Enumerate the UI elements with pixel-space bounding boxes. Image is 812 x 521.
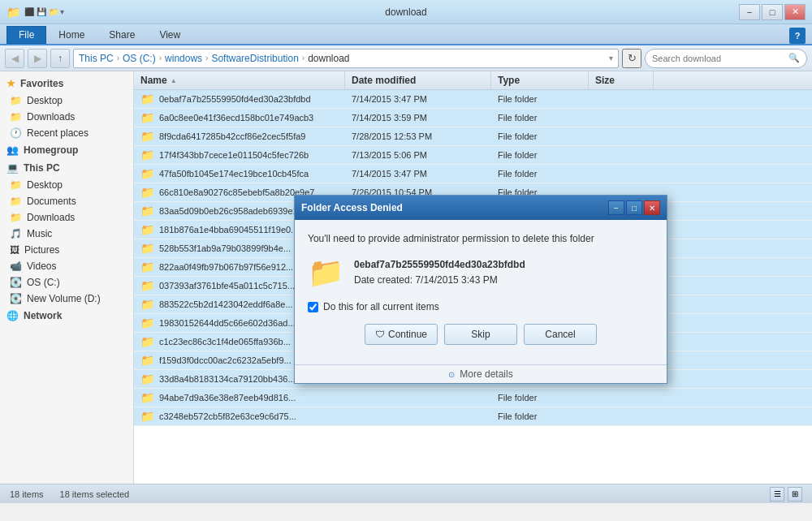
more-details-label: More details [460,368,512,380]
do-all-label: Do this for all current items [323,301,439,312]
dialog-folder-icon: 📁 [308,256,344,290]
dialog-file-name: 0ebaf7a7b25559950fd4ed30a23bfdbd [354,257,525,273]
dialog-maximize-button[interactable]: □ [626,200,642,215]
dialog-action-buttons: 🛡 Continue Skip Cancel [308,324,654,345]
continue-button[interactable]: 🛡 Continue [365,324,438,345]
more-details-row[interactable]: ⊙ More details [295,364,667,383]
dialog-close-button[interactable]: ✕ [644,200,660,215]
dialog-title-bar: Folder Access Denied − □ ✕ [295,196,667,220]
do-all-checkbox[interactable] [308,302,318,312]
dialog-file-details: 0ebaf7a7b25559950fd4ed30a23bfdbd Date cr… [354,257,525,288]
dialog-checkbox-row: Do this for all current items [308,301,654,312]
dialog-content: You'll need to provide administrator per… [295,220,667,364]
folder-access-denied-dialog: Folder Access Denied − □ ✕ You'll need t… [294,195,667,384]
dialog-minimize-button[interactable]: − [608,200,624,215]
date-created-value: 7/14/2015 3:43 PM [415,274,497,286]
dialog-date-created: Date created: 7/14/2015 3:43 PM [354,273,525,288]
date-created-label: Date created: [354,274,412,286]
cancel-button[interactable]: Cancel [524,324,597,345]
dialog-file-info: 📁 0ebaf7a7b25559950fd4ed30a23bfdbd Date … [308,256,654,290]
dialog-overlay: Folder Access Denied − □ ✕ You'll need t… [0,0,812,521]
chevron-down-icon: ⊙ [448,370,455,379]
dialog-window-controls: − □ ✕ [608,200,660,215]
dialog-message: You'll need to provide administrator per… [308,233,654,244]
skip-button[interactable]: Skip [444,324,517,345]
dialog-title: Folder Access Denied [301,202,403,213]
shield-icon: 🛡 [375,329,385,340]
